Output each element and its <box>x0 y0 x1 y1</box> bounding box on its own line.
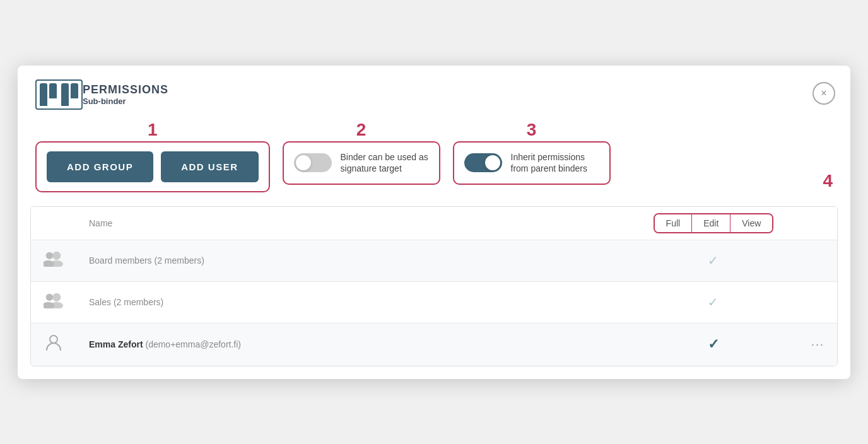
header-subtitle: Sub-binder <box>83 96 168 106</box>
group-icon-cell <box>31 240 76 281</box>
section-2-wrapper: 2 Binder can be used as signature target <box>283 121 440 192</box>
section-3-wrapper: 3 Inherit permissions from parent binder… <box>453 121 611 192</box>
col-actions-header <box>799 207 837 240</box>
full-permission-cell[interactable] <box>628 281 685 323</box>
col-edit-header: Edit <box>692 214 730 232</box>
app-logo <box>35 79 83 110</box>
col-view-header: View <box>730 214 772 232</box>
view-permission-cell[interactable] <box>742 323 799 366</box>
step-1-label: 1 <box>148 121 158 139</box>
step-2-label: 2 <box>356 121 367 139</box>
signature-toggle-label: Binder can be used as signature target <box>341 151 429 175</box>
edit-permission-cell[interactable]: ✓ <box>685 240 742 281</box>
close-button[interactable]: × <box>812 82 835 105</box>
inherit-toggle[interactable] <box>464 153 502 172</box>
section-1-box: ADD GROUP ADD USER <box>35 141 270 192</box>
section-4-wrapper: 4 <box>823 121 833 192</box>
table-row: Emma Zefort (demo+emma@zefort.fi)✓··· <box>31 323 837 366</box>
name-cell: Emma Zefort (demo+emma@zefort.fi) <box>76 323 628 366</box>
svg-point-6 <box>46 293 53 300</box>
inherit-toggle-label: Inherit permissions from parent binders <box>511 151 599 175</box>
add-group-button[interactable]: ADD GROUP <box>47 151 153 182</box>
edit-permission-cell[interactable]: ✓ <box>685 281 742 323</box>
section-1-wrapper: 1 ADD GROUP ADD USER <box>35 121 270 192</box>
col-icon-header <box>31 207 76 240</box>
add-user-button[interactable]: ADD USER <box>161 151 258 182</box>
name-cell: Sales (2 members) <box>76 281 628 323</box>
row-menu-cell[interactable]: ··· <box>799 323 837 366</box>
step-4-label: 4 <box>823 172 833 190</box>
svg-point-8 <box>50 336 57 343</box>
header-permissions-label: PERMISSIONS <box>83 83 168 96</box>
permission-col-headers: Full Edit View <box>654 213 774 233</box>
row-menu-cell <box>799 240 837 281</box>
view-permission-cell[interactable] <box>742 281 799 323</box>
full-permission-cell[interactable] <box>628 240 685 281</box>
modal-header: PERMISSIONS Sub-binder × <box>18 66 850 121</box>
step-3-label: 3 <box>527 121 537 139</box>
section-3-box: Inherit permissions from parent binders <box>453 141 611 185</box>
group-icon-cell <box>31 281 76 323</box>
section-2-box: Binder can be used as signature target <box>283 141 440 185</box>
view-permission-cell[interactable] <box>742 240 799 281</box>
table-row: Board members (2 members)✓ <box>31 240 837 281</box>
permissions-modal: PERMISSIONS Sub-binder × 1 ADD GROUP ADD… <box>18 66 850 379</box>
row-menu-button[interactable]: ··· <box>811 338 824 351</box>
table-header-row: Name Full Edit View <box>31 207 837 240</box>
svg-point-2 <box>46 252 53 259</box>
name-cell: Board members (2 members) <box>76 240 628 281</box>
edit-permission-cell[interactable]: ✓ <box>685 323 742 366</box>
table-row: Sales (2 members)✓ <box>31 281 837 323</box>
permissions-table: Name Full Edit View Board members (2 <box>31 207 837 366</box>
full-permission-cell[interactable] <box>628 323 685 366</box>
user-icon-cell <box>31 323 76 366</box>
row-menu-cell <box>799 281 837 323</box>
permissions-table-container: Name Full Edit View Board members (2 <box>30 206 838 366</box>
col-name-header: Name <box>76 207 628 240</box>
signature-toggle[interactable] <box>294 153 332 172</box>
svg-point-0 <box>52 251 61 259</box>
toolbar: 1 ADD GROUP ADD USER 2 Binder can be use… <box>18 121 850 206</box>
header-title: PERMISSIONS Sub-binder <box>83 83 168 106</box>
svg-point-4 <box>52 293 61 301</box>
col-full-header: Full <box>655 214 693 232</box>
